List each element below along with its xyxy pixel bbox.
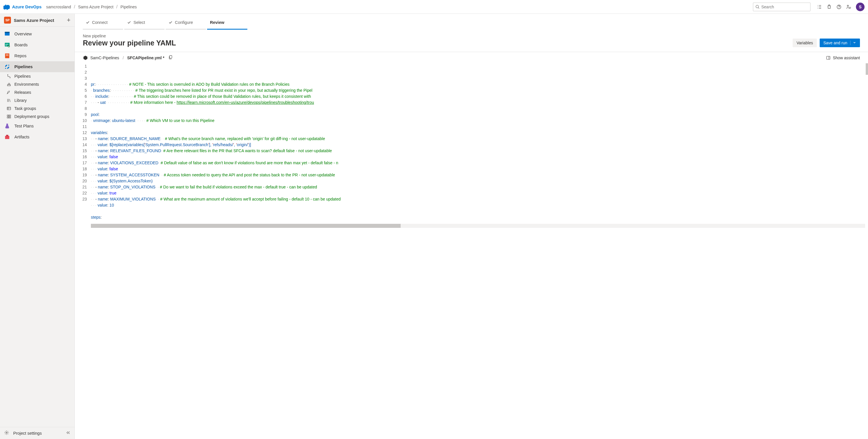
wizard-step-review[interactable]: Review <box>207 17 247 30</box>
code-line[interactable]: pr:· · · · · · · · · · · · · · · # NOTE … <box>91 82 868 88</box>
code-content[interactable]: pr:· · · · · · · · · · · · · · · # NOTE … <box>91 63 868 220</box>
code-line[interactable] <box>91 124 868 130</box>
code-line[interactable]: · · - name: RELEVANT_FILES_FOUND· # Are … <box>91 148 868 154</box>
svg-point-13 <box>5 68 6 69</box>
page-subtitle: New pipeline <box>83 34 176 38</box>
project-settings-link[interactable]: Project settings <box>0 427 74 439</box>
wizard-step-select[interactable]: Select <box>124 17 164 30</box>
horizontal-scrollbar[interactable] <box>91 224 865 228</box>
pipeline-sub-icon <box>6 74 11 79</box>
copy-path-icon[interactable] <box>168 55 173 60</box>
pipelines-icon <box>4 64 10 70</box>
file-name[interactable]: SFCAPipeline.yml * <box>127 56 164 60</box>
code-line[interactable]: · · · value: $(System.AccessToken) <box>91 178 868 184</box>
work-items-icon[interactable] <box>814 2 824 12</box>
help-icon[interactable] <box>834 2 844 12</box>
svg-rect-18 <box>7 107 11 109</box>
variables-button[interactable]: Variables <box>793 38 816 47</box>
breadcrumb-section[interactable]: Pipelines <box>121 5 137 9</box>
code-line[interactable]: · · - name: VIOLATIONS_EXCEEDED· # Defau… <box>91 160 868 166</box>
search-box[interactable] <box>753 3 810 11</box>
sidebar-sub-task-groups[interactable]: Task groups <box>0 104 74 113</box>
code-line[interactable]: · branches:· · · · · · · · · · · # The t… <box>91 88 868 94</box>
collapse-icon[interactable] <box>66 430 70 436</box>
search-input[interactable] <box>761 5 808 9</box>
code-line[interactable] <box>91 105 868 112</box>
project-name: Sams Azure Project <box>14 18 67 23</box>
code-editor[interactable]: 1234567891011121314151617181920212223 pr… <box>75 63 868 439</box>
code-line[interactable]: · · include:· · · · · · · · · · · # This… <box>91 94 868 99</box>
save-and-run-button[interactable]: Save and run <box>820 38 860 47</box>
show-assistant-button[interactable]: Show assistant <box>826 56 860 60</box>
panel-icon <box>826 56 831 60</box>
sidebar-sub-label: Task groups <box>14 106 36 111</box>
breadcrumb-sep: / <box>116 4 117 9</box>
sidebar-sub-label: Deployment groups <box>14 114 49 119</box>
project-badge: SP <box>4 17 11 24</box>
add-icon[interactable]: + <box>67 17 70 23</box>
svg-rect-20 <box>9 115 11 116</box>
sidebar-sub-environments[interactable]: Environments <box>0 80 74 88</box>
code-line[interactable]: · · · value: 10 <box>91 202 868 208</box>
sidebar-sub-deployment-groups[interactable]: Deployment groups <box>0 113 74 121</box>
main-content: ConnectSelectConfigureReview New pipelin… <box>75 14 868 439</box>
avatar[interactable]: S <box>856 3 865 11</box>
wizard-step-connect[interactable]: Connect <box>83 17 123 30</box>
code-line[interactable]: · · - name: SOURCE_BRANCH_NAME· · # What… <box>91 136 868 142</box>
minimap-thumb[interactable] <box>866 63 868 75</box>
sidebar-item-repos[interactable]: Repos <box>0 50 74 61</box>
breadcrumb-org[interactable]: samcrossland <box>46 5 71 9</box>
sidebar-item-boards[interactable]: Boards <box>0 39 74 50</box>
code-line[interactable]: steps: <box>91 214 868 220</box>
code-line[interactable]: · · · value: false <box>91 166 868 172</box>
sidebar-item-overview[interactable]: Overview <box>0 29 74 39</box>
sidebar-item-pipelines[interactable]: Pipelines <box>0 61 74 72</box>
sidebar: SP Sams Azure Project + OverviewBoardsRe… <box>0 14 75 439</box>
artifacts-icon <box>4 134 10 140</box>
marketplace-icon[interactable] <box>824 2 834 12</box>
sidebar-sub-label: Pipelines <box>14 74 31 79</box>
svg-rect-11 <box>6 54 8 55</box>
sidebar-item-label: Test Plans <box>14 124 34 128</box>
sidebar-item-test-plans[interactable]: Test Plans <box>0 121 74 131</box>
code-line[interactable]: variables: <box>91 130 868 136</box>
svg-rect-22 <box>9 117 11 118</box>
code-line[interactable]: · · · value: false <box>91 154 868 160</box>
overview-icon <box>4 31 10 37</box>
svg-point-2 <box>847 5 849 7</box>
code-line[interactable]: · · · value: $[replace(variables['System… <box>91 142 868 148</box>
code-line[interactable]: · · - name: STOP_ON_VIOLATIONS· · # Do w… <box>91 184 868 190</box>
sidebar-item-label: Repos <box>14 54 27 58</box>
sidebar-sub-pipelines[interactable]: Pipelines <box>0 72 74 80</box>
svg-rect-23 <box>5 136 9 139</box>
breadcrumb-project[interactable]: Sams Azure Project <box>78 5 113 9</box>
svg-rect-19 <box>7 115 9 116</box>
library-icon <box>6 98 11 103</box>
code-line[interactable]: · · - name: MAXIMUM_VIOLATIONS· · # What… <box>91 196 868 202</box>
svg-rect-7 <box>6 44 7 45</box>
sidebar-sub-releases[interactable]: Releases <box>0 88 74 96</box>
brand-label[interactable]: Azure DevOps <box>12 4 42 9</box>
wizard-step-configure[interactable]: Configure <box>166 17 206 30</box>
releases-icon <box>6 90 11 95</box>
chevron-down-icon[interactable] <box>850 40 856 45</box>
page-title: Review your pipeline YAML <box>83 39 176 47</box>
sidebar-sub-library[interactable]: Library <box>0 96 74 104</box>
sidebar-item-artifacts[interactable]: Artifacts <box>0 131 74 143</box>
code-line[interactable]: · vmImage: ubuntu-latest· · · · · # Whic… <box>91 118 868 124</box>
code-line[interactable]: · · · value: true <box>91 190 868 196</box>
code-line[interactable]: · · - name: SYSTEM_ACCESSTOKEN· · # Acce… <box>91 172 868 178</box>
deployment-groups-icon <box>6 114 11 119</box>
sidebar-sub-label: Releases <box>14 90 31 95</box>
repo-name[interactable]: SamC-Pipelines <box>90 56 119 60</box>
svg-rect-24 <box>6 135 8 136</box>
project-header[interactable]: SP Sams Azure Project + <box>0 14 74 27</box>
check-icon <box>168 21 173 25</box>
user-settings-icon[interactable] <box>844 2 854 12</box>
azure-devops-logo-icon <box>3 4 10 10</box>
code-line[interactable]: · · · - uat· · · · · · · · · · · # More … <box>91 99 868 105</box>
svg-point-15 <box>7 74 8 75</box>
svg-rect-5 <box>5 32 10 33</box>
code-line[interactable] <box>91 208 868 214</box>
code-line[interactable]: pool: <box>91 112 868 118</box>
